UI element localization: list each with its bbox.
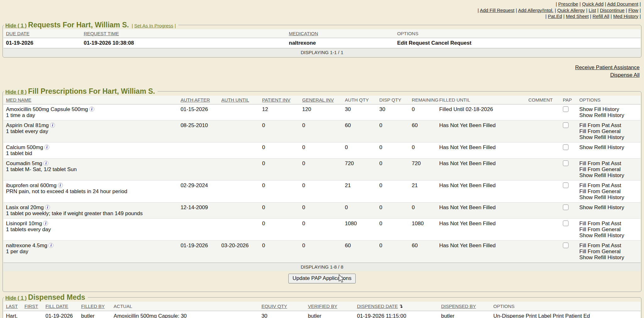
column-header-dispensed-date[interactable]: DISPENSED DATE↴ (354, 302, 438, 311)
column-header-label[interactable]: DISPENSED DATE (357, 304, 398, 309)
column-header-label[interactable]: LAST (6, 304, 18, 309)
nav-link[interactable]: Prescribe (558, 1, 578, 7)
option-link-un-dispense[interactable]: Un-Dispense (493, 313, 524, 318)
column-header-label[interactable]: GENERAL INV (302, 97, 334, 103)
pap-checkbox[interactable] (563, 144, 569, 150)
dispensed-hide-toggle-link[interactable]: Hide ( 1 ) (5, 295, 27, 301)
option-link-show-refill-history[interactable]: Show Refill History (579, 204, 624, 210)
option-link-show-refill-history[interactable]: Show Refill History (579, 112, 624, 118)
pap-checkbox[interactable] (563, 243, 569, 248)
pap-checkbox[interactable] (563, 182, 569, 188)
nav-link[interactable]: Flow (628, 8, 638, 13)
option-link-fill-from-pat-asst[interactable]: Fill From Pat Asst (579, 122, 621, 128)
med-name-line: Lisinopril 10mgi (6, 220, 175, 226)
nav-link[interactable]: List (589, 8, 596, 13)
cell-remaining: 0 (409, 142, 437, 158)
column-header-label[interactable]: DUE DATE (6, 31, 30, 36)
column-header-label[interactable]: EQUIV QTY (261, 304, 287, 309)
pap-checkbox[interactable] (563, 160, 569, 166)
pap-checkbox[interactable] (563, 204, 569, 210)
option-link-fill-from-pat-asst[interactable]: Fill From Pat Asst (579, 182, 621, 188)
nav-link[interactable]: Refill All (592, 14, 609, 19)
option-link-edit-request[interactable]: Edit Request (397, 40, 430, 46)
update-pap-applications-button[interactable]: Update PAP Applications (288, 274, 355, 283)
nav-link[interactable]: Quick Add (582, 1, 603, 7)
nav-link[interactable]: Discontinue (600, 8, 625, 13)
cell-auth-until (219, 142, 260, 158)
option-link-fill-from-general[interactable]: Fill From General (579, 188, 620, 194)
option-link-show-refill-history[interactable]: Show Refill History (579, 172, 624, 178)
column-header-fill-date[interactable]: FILL DATE (43, 302, 79, 311)
column-header-label[interactable]: MEDICATION (289, 31, 318, 36)
column-header-verified-by[interactable]: VERIFIED BY (305, 302, 354, 311)
option-link-show-fill-history[interactable]: Show Fill History (579, 106, 619, 112)
info-icon[interactable]: i (43, 161, 48, 166)
column-header-medication[interactable]: MEDICATION (286, 29, 395, 38)
column-header-label[interactable]: DISPENSED BY (441, 304, 476, 309)
column-header-label[interactable]: AUTH AFTER (180, 97, 210, 103)
column-header-filled-by[interactable]: FILLED BY (79, 302, 111, 311)
column-header-equiv-qty[interactable]: EQUIV QTY (259, 302, 305, 311)
pap-checkbox[interactable] (563, 220, 569, 226)
cell-pap (560, 158, 577, 180)
info-icon[interactable]: i (43, 221, 48, 226)
nav-link[interactable]: Pat.Ed (548, 14, 562, 19)
option-link-fill-from-pat-asst[interactable]: Fill From Pat Asst (579, 220, 621, 226)
option-link-print-label[interactable]: Print Label (526, 313, 551, 318)
column-header-label[interactable]: VERIFIED BY (308, 304, 337, 309)
column-header-request-time[interactable]: REQUEST TIME (81, 29, 286, 38)
column-header-med-name[interactable]: MED NAME (3, 96, 178, 104)
nav-link[interactable]: Add Document (607, 1, 638, 7)
set-as-in-progress-link[interactable]: Set As In Progress (134, 23, 173, 28)
info-icon[interactable]: i (89, 107, 94, 112)
option-link-fill-from-general[interactable]: Fill From General (579, 128, 620, 134)
option-link-show-refill-history[interactable]: Show Refill History (579, 134, 624, 140)
cell-auth-after (178, 218, 219, 240)
nav-link[interactable]: Med History (613, 14, 638, 19)
info-icon[interactable]: i (44, 145, 49, 150)
option-link-show-refill-history[interactable]: Show Refill History (579, 254, 624, 260)
column-header-auth-until[interactable]: AUTH UNTIL (219, 96, 260, 104)
option-link-fill-from-pat-asst[interactable]: Fill From Pat Asst (579, 243, 621, 248)
option-link-cancel-request[interactable]: Cancel Request (431, 40, 472, 46)
nav-link[interactable]: Quick Allergy (557, 8, 585, 13)
option-link-fill-from-general[interactable]: Fill From General (579, 248, 620, 254)
option-link-fill-from-general[interactable]: Fill From General (579, 166, 620, 172)
option-link-show-refill-history[interactable]: Show Refill History (579, 194, 624, 200)
option-link-fill-from-general[interactable]: Fill From General (579, 226, 620, 232)
pap-checkbox[interactable] (563, 106, 569, 112)
column-header-label[interactable]: MED NAME (6, 97, 31, 103)
column-header-label[interactable]: FIRST (25, 304, 38, 309)
cell-auth-qty: 30 (342, 104, 377, 120)
column-header-label[interactable]: FILLED BY (81, 304, 105, 309)
info-icon[interactable]: i (48, 243, 53, 248)
nav-link[interactable]: Add Fill Request (480, 8, 514, 13)
column-header-label[interactable]: AUTH UNTIL (221, 97, 249, 103)
requests-hide-toggle-link[interactable]: Hide ( 1 ) (5, 23, 27, 28)
pap-checkbox[interactable] (563, 122, 569, 128)
fill-hide-toggle-link[interactable]: Hide ( 8 ) (5, 89, 27, 95)
cell-general-inv: 0 (300, 158, 342, 180)
column-header-general-inv[interactable]: GENERAL INV (300, 96, 342, 104)
column-header-auth-after[interactable]: AUTH AFTER (178, 96, 219, 104)
receive-patient-assistance-link[interactable]: Receive Patient Assistance (575, 64, 640, 71)
option-link-show-refill-history[interactable]: Show Refill History (579, 144, 624, 150)
option-link-print-patient-ed[interactable]: Print Patient Ed (553, 313, 590, 318)
option-link-fill-from-pat-asst[interactable]: Fill From Pat Asst (579, 160, 621, 166)
column-header-first[interactable]: FIRST (22, 302, 43, 311)
column-header-label[interactable]: REQUEST TIME (84, 31, 119, 36)
column-header-last[interactable]: LAST (3, 302, 22, 311)
option-link-show-refill-history[interactable]: Show Refill History (579, 232, 624, 238)
column-header-label[interactable]: FILL DATE (46, 304, 69, 309)
nav-link[interactable]: Med Sheet (566, 14, 589, 19)
nav-link[interactable]: Add Allergy/Intol. (518, 8, 553, 13)
column-header-due-date[interactable]: DUE DATE (3, 29, 81, 38)
column-header-patient-inv[interactable]: PATIENT INV (259, 96, 300, 104)
column-header-label[interactable]: PATIENT INV (262, 97, 290, 103)
info-icon[interactable]: i (50, 123, 55, 128)
info-icon[interactable]: i (58, 183, 63, 188)
info-icon[interactable]: i (45, 205, 50, 210)
column-header-dispensed-by[interactable]: DISPENSED BY (439, 302, 491, 311)
dispense-all-link[interactable]: Dispense All (610, 71, 640, 79)
cell-comment (526, 158, 560, 180)
